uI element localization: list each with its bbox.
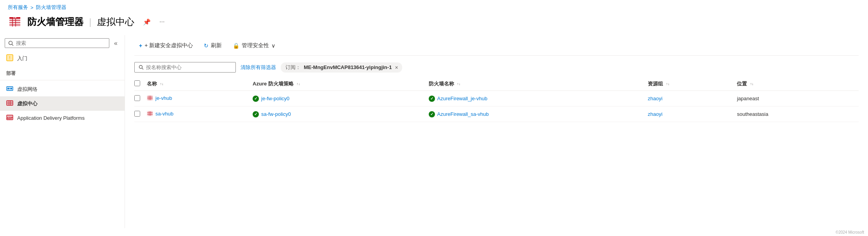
collapse-button[interactable]: « [112, 39, 120, 48]
select-all-header [134, 77, 147, 91]
filters-row: 清除所有筛选器 订阅： ME-MngEnvMCAP813641-yipingji… [134, 62, 859, 73]
vhub-row-icon [147, 110, 153, 117]
row-location: southeastasia [737, 106, 859, 122]
pin-icon[interactable]: 📌 [143, 18, 151, 26]
svg-text:!: ! [9, 56, 10, 60]
sidebar-divider [0, 80, 125, 80]
sort-icon[interactable]: ↑↓ [750, 82, 754, 86]
breadcrumb-all-services[interactable]: 所有服务 [8, 4, 28, 11]
sort-icon[interactable]: ↑↓ [160, 82, 164, 86]
policy-link[interactable]: sa-fw-policy0 [261, 111, 291, 117]
security-button[interactable]: 🔒 管理安全性 ∨ [228, 40, 280, 51]
sidebar-item-label: 虚拟中心 [17, 100, 37, 107]
row-checkbox[interactable] [134, 95, 140, 101]
col-azure-fw-policy: Azure 防火墙策略 ↑↓ [253, 77, 428, 91]
status-success-icon: ✓ [429, 111, 435, 117]
svg-point-28 [139, 66, 143, 69]
virtual-network-icon [6, 85, 13, 93]
page-subtitle: 虚拟中心 [97, 16, 134, 28]
status-success-icon: ✓ [253, 111, 259, 117]
sidebar-item-intro[interactable]: ! 入门 [0, 51, 125, 66]
svg-point-16 [7, 88, 9, 89]
col-fw-name: 防火墙名称 ↑↓ [429, 77, 648, 91]
ellipsis-icon[interactable]: ··· [159, 18, 164, 25]
fw-name-link[interactable]: AzureFirewall_je-vhub [437, 96, 488, 101]
sidebar: « ! 入门 部署 [0, 35, 125, 228]
sidebar-item-virtual-network[interactable]: 虚拟网络 [0, 82, 125, 96]
row-azure-fw-policy: ✓ je-fw-policy0 [253, 91, 428, 106]
vhub-row-icon [147, 95, 153, 101]
filter-close-icon[interactable]: × [395, 65, 398, 70]
plus-icon: + [139, 43, 142, 49]
row-resource-group: zhaoyi [648, 106, 737, 122]
svg-rect-30 [147, 96, 153, 100]
sort-icon[interactable]: ↑↓ [666, 82, 670, 86]
new-hub-button[interactable]: + + 新建安全虚拟中心 [134, 40, 198, 51]
breadcrumb-separator: > [30, 5, 34, 11]
firewall-manager-icon: FW [8, 15, 22, 29]
chevron-down-icon: ∨ [271, 43, 275, 49]
fw-name-link[interactable]: AzureFirewall_sa-vhub [437, 111, 489, 117]
sidebar-item-label: 入门 [17, 55, 27, 62]
center-search-box[interactable] [134, 62, 236, 73]
col-resource-group: 资源组 ↑↓ [648, 77, 737, 91]
status-success-icon: ✓ [253, 96, 259, 102]
intro-icon: ! [6, 54, 13, 62]
row-name: je-vhub [147, 91, 253, 106]
table-row: sa-vhub ✓ sa-fw-policy0 ✓ AzureFirewall_… [134, 106, 859, 122]
select-all-checkbox[interactable] [134, 80, 140, 86]
sidebar-item-adp[interactable]: ADP Application Delivery Platforms [0, 111, 125, 125]
row-fw-name: ✓ AzureFirewall_je-vhub [429, 91, 648, 106]
sidebar-item-label: Application Delivery Platforms [17, 115, 85, 121]
col-location: 位置 ↑↓ [737, 77, 859, 91]
breadcrumb: 所有服务 > 防火墙管理器 [0, 0, 868, 13]
svg-text:FW: FW [13, 16, 16, 19]
sort-icon[interactable]: ↑↓ [457, 82, 460, 86]
table-row: je-vhub ✓ je-fw-policy0 ✓ AzureFirewall_… [134, 91, 859, 106]
row-name: sa-vhub [147, 106, 253, 122]
refresh-icon: ↻ [204, 43, 209, 49]
svg-rect-35 [147, 111, 153, 116]
status-success-icon: ✓ [429, 96, 435, 102]
row-checkbox-cell [134, 91, 147, 106]
col-name: 名称 ↑↓ [147, 77, 253, 91]
row-checkbox[interactable] [134, 111, 140, 117]
sidebar-item-virtual-hub[interactable]: 虚拟中心 [0, 96, 125, 111]
resource-group-link[interactable]: zhaoyi [648, 96, 663, 101]
page-header: FW 防火墙管理器 | 虚拟中心 📌 ··· [0, 13, 868, 35]
row-icon: sa-vhub [147, 110, 173, 117]
refresh-button[interactable]: ↻ 刷新 [199, 40, 226, 51]
row-icon: je-vhub [147, 95, 172, 101]
row-location: japaneast [737, 91, 859, 106]
hub-name-link[interactable]: sa-vhub [155, 111, 173, 117]
toolbar: + + 新建安全虚拟中心 ↻ 刷新 🔒 管理安全性 ∨ [134, 35, 859, 56]
virtual-hub-icon [6, 99, 13, 108]
row-resource-group: zhaoyi [648, 91, 737, 106]
subscription-filter-tag: 订阅： ME-MngEnvMCAP813641-yipingjin-1 × [281, 62, 402, 73]
hub-name-link[interactable]: je-vhub [155, 95, 172, 101]
clear-filters-link[interactable]: 清除所有筛选器 [241, 64, 276, 71]
svg-text:ADP: ADP [7, 117, 13, 119]
virtual-hubs-table: 名称 ↑↓ Azure 防火墙策略 ↑↓ 防火墙名称 ↑↓ 资源组 ↑↓ [134, 77, 859, 122]
sidebar-item-label: 虚拟网络 [17, 86, 37, 93]
sidebar-section-deploy: 部署 [0, 66, 125, 78]
svg-line-10 [12, 44, 14, 46]
row-checkbox-cell [134, 106, 147, 122]
svg-point-9 [9, 41, 12, 44]
policy-link[interactable]: je-fw-policy0 [261, 96, 289, 101]
sidebar-search-box[interactable] [5, 38, 109, 48]
copyright: ©2024 Microsoft [836, 230, 864, 234]
sort-icon[interactable]: ↑↓ [296, 82, 300, 86]
resource-group-link[interactable]: zhaoyi [648, 111, 663, 117]
lock-icon: 🔒 [233, 43, 239, 49]
adp-icon: ADP [6, 114, 13, 122]
row-azure-fw-policy: ✓ sa-fw-policy0 [253, 106, 428, 122]
sidebar-search-row: « [0, 35, 125, 51]
search-icon [8, 41, 14, 46]
row-fw-name: ✓ AzureFirewall_sa-vhub [429, 106, 648, 122]
svg-point-17 [11, 88, 12, 89]
page-title: 防火墙管理器 [27, 16, 84, 28]
center-search-input[interactable] [146, 64, 232, 70]
breadcrumb-current: 防火墙管理器 [36, 4, 66, 11]
sidebar-search-input[interactable] [16, 40, 106, 46]
